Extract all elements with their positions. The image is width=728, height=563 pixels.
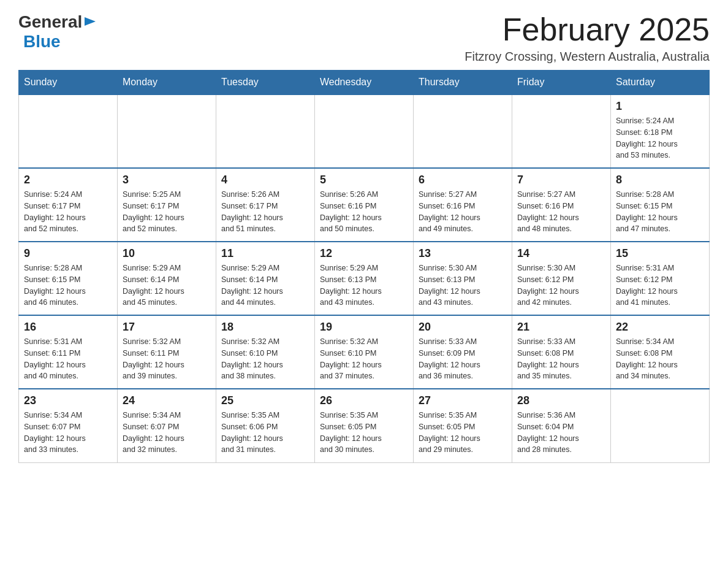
day-info: Sunrise: 5:32 AM Sunset: 6:10 PM Dayligh… [320, 336, 408, 382]
day-number: 16 [24, 321, 112, 334]
calendar-cell: 1Sunrise: 5:24 AM Sunset: 6:18 PM Daylig… [611, 94, 710, 168]
day-info: Sunrise: 5:35 AM Sunset: 6:06 PM Dayligh… [221, 410, 309, 456]
calendar-cell: 18Sunrise: 5:32 AM Sunset: 6:10 PM Dayli… [216, 315, 315, 389]
day-number: 7 [517, 174, 605, 186]
day-number: 11 [221, 247, 309, 260]
day-info: Sunrise: 5:34 AM Sunset: 6:08 PM Dayligh… [616, 336, 704, 382]
calendar-cell: 4Sunrise: 5:26 AM Sunset: 6:17 PM Daylig… [216, 168, 315, 242]
calendar-cell: 15Sunrise: 5:31 AM Sunset: 6:12 PM Dayli… [611, 242, 710, 315]
day-number: 10 [123, 247, 211, 260]
calendar-cell [19, 94, 118, 168]
calendar-cell: 2Sunrise: 5:24 AM Sunset: 6:17 PM Daylig… [19, 168, 118, 242]
day-number: 18 [221, 321, 309, 334]
title-section: February 2025 Fitzroy Crossing, Western … [464, 12, 710, 64]
calendar-cell: 13Sunrise: 5:30 AM Sunset: 6:13 PM Dayli… [414, 242, 512, 315]
day-info: Sunrise: 5:27 AM Sunset: 6:16 PM Dayligh… [419, 189, 507, 235]
calendar-cell: 27Sunrise: 5:35 AM Sunset: 6:05 PM Dayli… [414, 389, 512, 462]
day-number: 2 [24, 174, 112, 186]
calendar-cell: 28Sunrise: 5:36 AM Sunset: 6:04 PM Dayli… [512, 389, 611, 462]
calendar-week-row: 16Sunrise: 5:31 AM Sunset: 6:11 PM Dayli… [19, 315, 710, 389]
header-wednesday: Wednesday [315, 71, 414, 95]
header-saturday: Saturday [611, 71, 710, 95]
calendar-cell: 16Sunrise: 5:31 AM Sunset: 6:11 PM Dayli… [19, 315, 118, 389]
day-info: Sunrise: 5:27 AM Sunset: 6:16 PM Dayligh… [517, 189, 605, 235]
calendar-cell [414, 94, 512, 168]
calendar-cell: 14Sunrise: 5:30 AM Sunset: 6:12 PM Dayli… [512, 242, 611, 315]
calendar-cell: 22Sunrise: 5:34 AM Sunset: 6:08 PM Dayli… [611, 315, 710, 389]
calendar-cell: 26Sunrise: 5:35 AM Sunset: 6:05 PM Dayli… [315, 389, 414, 462]
calendar-cell: 11Sunrise: 5:29 AM Sunset: 6:14 PM Dayli… [216, 242, 315, 315]
location-subtitle: Fitzroy Crossing, Western Australia, Aus… [464, 50, 710, 64]
calendar-cell: 3Sunrise: 5:25 AM Sunset: 6:17 PM Daylig… [118, 168, 216, 242]
day-number: 23 [24, 394, 112, 407]
day-info: Sunrise: 5:29 AM Sunset: 6:14 PM Dayligh… [221, 262, 309, 308]
day-number: 22 [616, 321, 704, 334]
calendar-cell: 20Sunrise: 5:33 AM Sunset: 6:09 PM Dayli… [414, 315, 512, 389]
day-info: Sunrise: 5:26 AM Sunset: 6:17 PM Dayligh… [221, 189, 309, 235]
calendar-cell: 9Sunrise: 5:28 AM Sunset: 6:15 PM Daylig… [19, 242, 118, 315]
calendar-cell: 12Sunrise: 5:29 AM Sunset: 6:13 PM Dayli… [315, 242, 414, 315]
day-info: Sunrise: 5:35 AM Sunset: 6:05 PM Dayligh… [419, 410, 507, 456]
day-info: Sunrise: 5:33 AM Sunset: 6:08 PM Dayligh… [517, 336, 605, 382]
day-number: 8 [616, 174, 704, 186]
calendar-cell [216, 94, 315, 168]
day-number: 28 [517, 394, 605, 407]
calendar-cell: 10Sunrise: 5:29 AM Sunset: 6:14 PM Dayli… [118, 242, 216, 315]
calendar-cell: 6Sunrise: 5:27 AM Sunset: 6:16 PM Daylig… [414, 168, 512, 242]
day-number: 26 [320, 394, 408, 407]
day-number: 27 [419, 394, 507, 407]
header-sunday: Sunday [19, 71, 118, 95]
day-info: Sunrise: 5:31 AM Sunset: 6:11 PM Dayligh… [24, 336, 112, 382]
day-number: 15 [616, 247, 704, 260]
day-info: Sunrise: 5:29 AM Sunset: 6:13 PM Dayligh… [320, 262, 408, 308]
day-info: Sunrise: 5:24 AM Sunset: 6:18 PM Dayligh… [616, 115, 704, 161]
day-number: 9 [24, 247, 112, 260]
day-number: 17 [123, 321, 211, 334]
calendar-cell [512, 94, 611, 168]
day-info: Sunrise: 5:30 AM Sunset: 6:12 PM Dayligh… [517, 262, 605, 308]
calendar-table: SundayMondayTuesdayWednesdayThursdayFrid… [18, 70, 710, 463]
day-info: Sunrise: 5:24 AM Sunset: 6:17 PM Dayligh… [24, 189, 112, 235]
calendar-header-row: SundayMondayTuesdayWednesdayThursdayFrid… [19, 71, 710, 95]
day-number: 25 [221, 394, 309, 407]
day-info: Sunrise: 5:35 AM Sunset: 6:05 PM Dayligh… [320, 410, 408, 456]
day-number: 14 [517, 247, 605, 260]
day-info: Sunrise: 5:28 AM Sunset: 6:15 PM Dayligh… [24, 262, 112, 308]
calendar-cell: 23Sunrise: 5:34 AM Sunset: 6:07 PM Dayli… [19, 389, 118, 462]
calendar-cell: 21Sunrise: 5:33 AM Sunset: 6:08 PM Dayli… [512, 315, 611, 389]
day-info: Sunrise: 5:32 AM Sunset: 6:11 PM Dayligh… [123, 336, 211, 382]
day-info: Sunrise: 5:30 AM Sunset: 6:13 PM Dayligh… [419, 262, 507, 308]
logo-arrow-icon [83, 15, 97, 31]
day-number: 19 [320, 321, 408, 334]
day-number: 5 [320, 174, 408, 186]
day-info: Sunrise: 5:34 AM Sunset: 6:07 PM Dayligh… [123, 410, 211, 456]
header-thursday: Thursday [414, 71, 512, 95]
header-monday: Monday [118, 71, 216, 95]
calendar-cell [118, 94, 216, 168]
day-info: Sunrise: 5:33 AM Sunset: 6:09 PM Dayligh… [419, 336, 507, 382]
svg-marker-0 [85, 17, 96, 26]
day-info: Sunrise: 5:28 AM Sunset: 6:15 PM Dayligh… [616, 189, 704, 235]
day-number: 13 [419, 247, 507, 260]
day-number: 4 [221, 174, 309, 186]
logo: General Blue [18, 12, 97, 52]
day-info: Sunrise: 5:31 AM Sunset: 6:12 PM Dayligh… [616, 262, 704, 308]
day-info: Sunrise: 5:26 AM Sunset: 6:16 PM Dayligh… [320, 189, 408, 235]
calendar-cell [315, 94, 414, 168]
logo-general-text: General [18, 12, 82, 32]
day-number: 20 [419, 321, 507, 334]
calendar-cell: 7Sunrise: 5:27 AM Sunset: 6:16 PM Daylig… [512, 168, 611, 242]
logo-blue-text: Blue [23, 32, 61, 52]
day-number: 3 [123, 174, 211, 186]
calendar-week-row: 23Sunrise: 5:34 AM Sunset: 6:07 PM Dayli… [19, 389, 710, 462]
day-number: 1 [616, 100, 704, 113]
page-header: General Blue February 2025 Fitzroy Cross… [18, 12, 710, 64]
day-number: 21 [517, 321, 605, 334]
day-number: 12 [320, 247, 408, 260]
calendar-cell: 17Sunrise: 5:32 AM Sunset: 6:11 PM Dayli… [118, 315, 216, 389]
calendar-cell: 5Sunrise: 5:26 AM Sunset: 6:16 PM Daylig… [315, 168, 414, 242]
day-number: 24 [123, 394, 211, 407]
month-title: February 2025 [464, 12, 710, 47]
header-tuesday: Tuesday [216, 71, 315, 95]
day-info: Sunrise: 5:34 AM Sunset: 6:07 PM Dayligh… [24, 410, 112, 456]
